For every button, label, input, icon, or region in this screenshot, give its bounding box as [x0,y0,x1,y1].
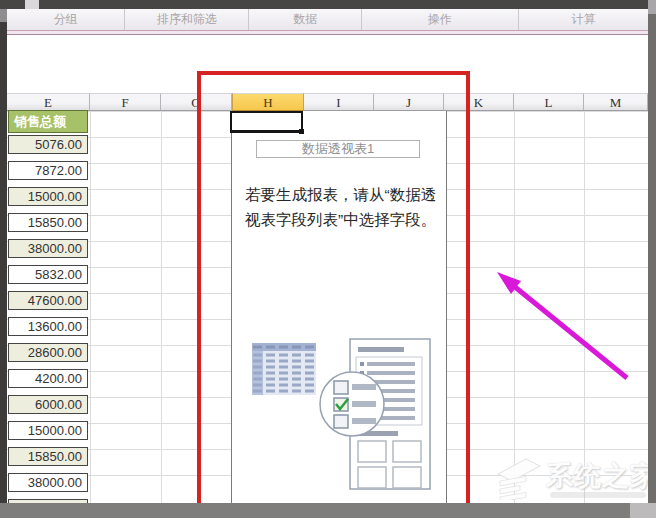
window-top-edge [0,0,656,9]
ribbon-group-label: 排序和筛选 [157,11,217,28]
sales-value-cell[interactable]: 5076.00 [8,135,88,154]
left-edge-accent [0,9,7,22]
window-left-edge [0,9,7,503]
watermark-brand: 系统之家 [546,458,656,494]
sales-value-cell[interactable]: 4200.00 [8,369,88,388]
sales-value-cell[interactable]: 38000.00 [8,473,88,492]
sales-value-cell[interactable]: 47600.00 [8,291,88,310]
ribbon-bottom-edge [7,30,648,35]
ribbon-group-label: 数据 [293,11,317,28]
ribbon-group-calculations: 计算 [519,9,648,30]
gridline-vertical [90,111,91,503]
ribbon-group-label: 计算 [571,11,595,28]
watermark-subtext-bar [550,492,646,498]
window-bottom-edge [0,503,656,518]
column-header-L[interactable]: L [514,93,584,111]
sales-value-cell[interactable]: 15000.00 [8,187,88,206]
sales-value-cell[interactable]: 38000.00 [8,239,88,258]
ribbon-group-sort-filter: 排序和筛选 [125,9,249,30]
ribbon-group-row: 分组 排序和筛选 数据 操作 计算 [7,9,648,30]
ribbon-group-actions: 操作 [362,9,519,30]
top-edge-accent [25,0,39,9]
sales-value-cell[interactable]: 5832.00 [8,265,88,284]
sales-table-header[interactable]: 销售总额 [8,110,88,133]
bottom-edge-accent [630,503,656,518]
column-header-F[interactable]: F [90,93,161,111]
watermark-logo-icon [494,456,544,500]
ribbon-group-grouping: 分组 [7,9,125,30]
ribbon-group-label: 操作 [428,11,452,28]
right-edge-accent [648,0,656,14]
sales-value-cell[interactable]: 15850.00 [8,447,88,466]
column-header-E[interactable]: E [7,93,90,111]
highlight-rectangle [197,71,470,518]
sales-value-cell[interactable]: 13600.00 [8,317,88,336]
ribbon-group-data: 数据 [249,9,361,30]
sales-value-cell[interactable]: 6000.00 [8,395,88,414]
sales-value-cell[interactable]: 15850.00 [8,213,88,232]
sales-value-cell[interactable]: 15000.00 [8,421,88,440]
sales-value-cell[interactable]: 28600.00 [8,343,88,362]
column-header-M[interactable]: M [584,93,648,111]
gridline-vertical [161,111,162,503]
excel-window: 分组 排序和筛选 数据 操作 计算 EFGHIJKLM 销售总额5076.007… [0,0,656,518]
window-right-edge [648,0,656,503]
ribbon-group-label: 分组 [54,11,78,28]
sales-value-cell[interactable]: 7872.00 [8,161,88,180]
watermark: 系统之家 [494,456,652,502]
annotation-arrow [485,258,635,388]
